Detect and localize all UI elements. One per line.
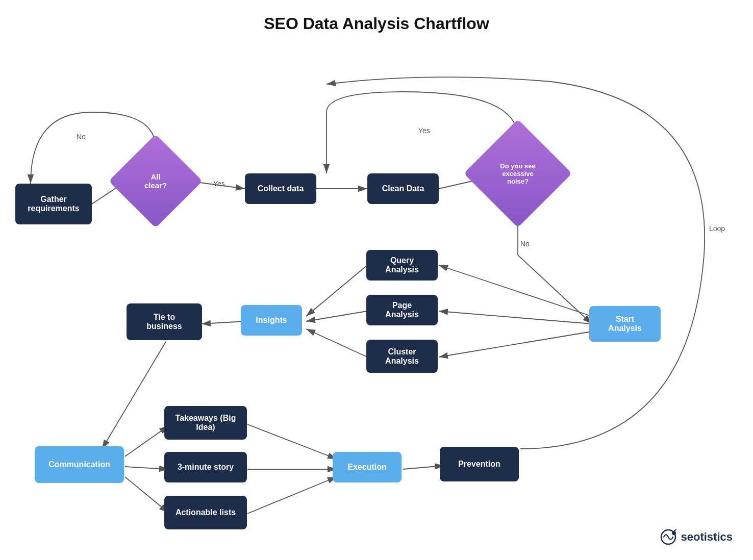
node-insights: Insights — [241, 305, 302, 336]
node-cluster-analysis: Cluster Analysis — [366, 340, 438, 373]
label-loop: Loop — [709, 224, 725, 233]
svg-line-14 — [102, 342, 166, 449]
node-prevention: Prevention — [440, 447, 519, 481]
svg-line-15 — [125, 426, 168, 456]
svg-line-10 — [306, 265, 367, 316]
chart-container: SEO Data Analysis Chartflow — [0, 0, 753, 560]
node-excessive-noise: Do you see excessive noise? — [464, 119, 572, 227]
svg-line-9 — [439, 332, 592, 357]
svg-line-17 — [125, 477, 168, 513]
node-page-analysis: Page Analysis — [366, 295, 438, 325]
node-all-clear: All clear? — [109, 134, 203, 228]
label-no1: No — [77, 133, 86, 141]
node-gather-requirements: Gather requirements — [15, 184, 92, 224]
svg-line-18 — [247, 424, 337, 459]
node-3-minute-story: 3-minute story — [164, 452, 247, 482]
svg-line-21 — [403, 466, 444, 469]
svg-line-11 — [306, 311, 367, 321]
node-clean-data: Clean Data — [367, 173, 439, 204]
svg-line-7 — [439, 265, 592, 316]
svg-line-20 — [247, 477, 337, 514]
node-query-analysis: Query Analysis — [366, 250, 438, 281]
seotistics-icon — [659, 528, 678, 546]
node-collect-data: Collect data — [245, 173, 316, 204]
label-no2: No — [520, 240, 530, 248]
node-communication: Communication — [35, 446, 124, 483]
node-actionable-lists: Actionable lists — [164, 496, 247, 529]
svg-line-8 — [439, 311, 592, 324]
seotistics-text: seotistics — [681, 530, 733, 544]
label-yes1: Yes — [213, 180, 225, 188]
svg-line-6 — [518, 255, 592, 324]
svg-line-24 — [674, 529, 676, 531]
svg-line-13 — [202, 321, 245, 324]
node-takeaways: Takeaways (Big Idea) — [164, 406, 247, 440]
node-tie-to-business: Tie to business — [127, 303, 202, 340]
svg-point-23 — [672, 531, 676, 535]
label-yes2: Yes — [418, 126, 430, 135]
node-execution: Execution — [333, 452, 401, 482]
svg-line-12 — [306, 329, 367, 357]
node-start-analysis: Start Analysis — [589, 306, 661, 342]
svg-line-16 — [125, 467, 168, 469]
seotistics-logo: seotistics — [659, 528, 733, 546]
